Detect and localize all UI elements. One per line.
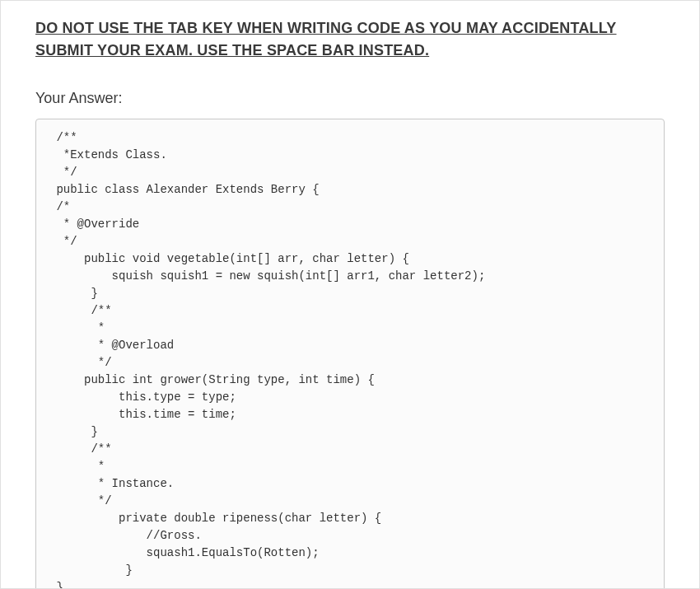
answer-code-box[interactable]: /** *Extends Class. */ public class Alex… — [35, 119, 665, 589]
content-area: DO NOT USE THE TAB KEY WHEN WRITING CODE… — [1, 1, 699, 589]
answer-label: Your Answer: — [35, 90, 665, 107]
page-container: DO NOT USE THE TAB KEY WHEN WRITING CODE… — [0, 0, 700, 589]
warning-heading: DO NOT USE THE TAB KEY WHEN WRITING CODE… — [35, 17, 665, 62]
